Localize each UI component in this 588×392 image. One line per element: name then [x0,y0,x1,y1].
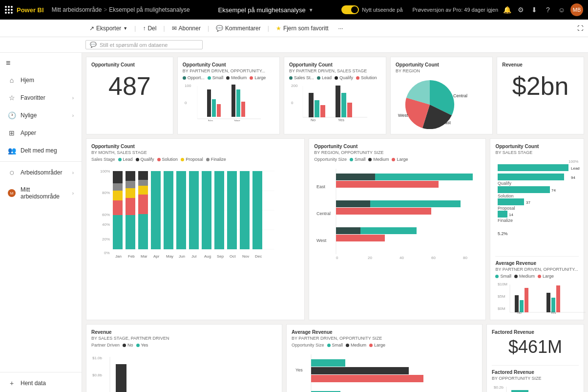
card-factored-revenue[interactable]: Factored Revenue $461M Factored Revenue … [486,324,584,392]
card-opp-region-size[interactable]: Opportunity Count BY REGION, OPPORTUNITY… [309,138,486,320]
main-content: Opportunity Count 487 Opportunity Count … [82,53,588,392]
comment-button[interactable]: 💬 Kommentarer [212,23,265,34]
card-opp-month[interactable]: Opportunity Count BY MONTH, SALES STAGE … [86,138,305,320]
svg-text:Nov: Nov [242,254,249,259]
svg-rect-49 [138,171,148,180]
comment-label: Kommentarer [225,25,261,32]
workspace-link[interactable]: Mitt arbeidsområde [52,6,102,13]
avg-rev-partner-chart: $10M $5M $0M No [495,281,588,315]
notifications-icon[interactable]: 🔔 [502,5,512,15]
qa-input-wrapper[interactable]: 💬 Still et spørsmål om dataene [85,40,203,49]
card-opp-count-total[interactable]: Opportunity Count 487 [86,57,173,134]
svg-text:0: 0 [291,101,294,105]
qa-icon: 💬 [90,42,97,48]
sidebar-item-my-workspace[interactable]: M Mitt arbeidsområde › [0,181,82,205]
sidebar-item-apps[interactable]: ⊞ Apper [0,124,82,142]
toolbar: ↗ Eksporter ▼ | ↑ Del | ✉ Abonner | 💬 Ko… [0,20,588,37]
sidebar-toggle[interactable]: ≡ [0,55,82,71]
opp-count-title: Opportunity Count [91,62,168,67]
svg-rect-10 [241,102,245,117]
svg-rect-101 [498,198,524,205]
svg-text:0: 0 [185,101,187,105]
help-icon[interactable]: ? [543,5,553,15]
svg-text:40: 40 [399,256,404,260]
favorite-button[interactable]: ★ Fjern som favoritt [272,23,333,34]
share-button[interactable]: ↑ Del [139,23,160,34]
sidebar-item-recent-label: Nylige [21,112,67,119]
sidebar-item-shared-label: Delt med meg [21,147,74,154]
fullscreen-button[interactable]: ⛶ [577,25,583,32]
svg-rect-39 [113,200,123,215]
svg-rect-45 [126,181,135,188]
opp-sales-legend-3: Solution [356,75,377,80]
card-revenue-sales[interactable]: Revenue BY SALES STAGE, PARTNER DRIVEN P… [86,324,282,392]
report-link[interactable]: Eksempel på mulighetsanalyse [109,6,189,13]
row3: Revenue BY SALES STAGE, PARTNER DRIVEN P… [86,324,584,392]
title-chevron-icon[interactable]: ▼ [309,7,314,13]
svg-text:Central: Central [453,93,467,98]
avatar[interactable]: MB [570,3,583,16]
brand-label: Power BI [17,6,44,14]
download-icon[interactable]: ⬇ [529,5,539,15]
svg-text:Yes: Yes [295,368,303,372]
toggle-switch[interactable] [341,5,359,14]
svg-text:East: East [442,120,451,125]
svg-text:20%: 20% [102,237,110,241]
svg-rect-117 [546,293,550,312]
svg-rect-18 [320,105,325,117]
card-avg-rev-size[interactable]: Average Revenue BY PARTNER DRIVEN, OPPOR… [286,324,483,392]
card-revenue[interactable]: Revenue $2bn [497,57,584,134]
opp-partner-legend: Opport... Small Medium Large [183,75,274,80]
opp-region-size-legend: Opportunity Size Small Medium Large [314,157,481,162]
sidebar-item-shared[interactable]: 👥 Delt med meg [0,142,82,159]
sidebar-item-recent[interactable]: 🕐 Nylige › [0,107,82,124]
avg-rev-partner-title: Average Revenue [495,261,579,266]
topbar: Power BI Mitt arbeidsområde > Eksempel p… [0,0,588,20]
new-look-toggle: Nytt utseende på [341,5,402,14]
svg-text:80: 80 [463,256,467,260]
avg-revenue-partner-card: Average Revenue BY PARTNER DRIVEN, OPPOR… [495,256,579,315]
card-opp-count-sales[interactable]: Opportunity Count BY PARTNER DRIVEN, SAL… [284,57,386,134]
card-opp-count-partner[interactable]: Opportunity Count BY PARTNER DRIVEN, OPP… [177,57,280,134]
row1: Opportunity Count 487 Opportunity Count … [86,57,584,134]
legend-item-0: Opport... [183,75,205,80]
svg-rect-5 [212,99,216,117]
more-button[interactable]: ··· [335,23,347,34]
trial-label: Prøveversjon av Pro: 49 dager igjen [413,7,498,13]
card-opp-count-region[interactable]: Opportunity Count BY REGION Central [390,57,493,134]
card-opp-sales-stage[interactable]: Opportunity Count BY SALES STAGE 100% Le… [490,138,584,320]
toolbar-sep3: | [208,25,209,32]
settings-icon[interactable]: ⚙ [516,5,525,15]
row2: Opportunity Count BY MONTH, SALES STAGE … [86,138,584,320]
feedback-icon[interactable]: ☺ [557,5,567,15]
svg-text:Dec: Dec [255,254,262,259]
sidebar-item-home[interactable]: ⌂ Hjem [0,71,82,89]
share-label: Del [147,25,156,32]
svg-rect-58 [214,171,224,249]
svg-rect-93 [498,164,568,171]
shared-icon: 👥 [8,147,16,154]
rev-sales-title: Revenue [91,329,277,335]
svg-rect-47 [126,198,135,215]
opp-count-value: 487 [91,71,168,101]
opp-partner-subtitle: BY PARTNER DRIVEN, OPPORTUNITY... [183,68,274,73]
subscribe-button[interactable]: ✉ Abonner [168,23,205,34]
opp-sales-legend-0: Sales St... [289,75,314,80]
sidebar-item-workspaces-label: Arbeidsområder [21,169,67,176]
favorite-label: Fjern som favoritt [283,25,329,32]
opp-region-size-title: Opportunity Count [314,144,481,149]
svg-rect-59 [227,171,237,249]
sidebar-item-get-data[interactable]: + Hent data [0,374,82,392]
svg-rect-55 [176,171,186,249]
sidebar-item-favorites[interactable]: ☆ Favoritter › [0,89,82,107]
svg-rect-41 [113,183,123,191]
svg-rect-52 [138,195,148,214]
factored-rev-size-chart: $0.2b $0.0b Large Medium Small [492,383,582,392]
svg-text:No: No [208,119,213,121]
export-chevron: ▼ [123,26,127,31]
qa-placeholder: Still et spørsmål om dataene [100,42,168,48]
sidebar-item-workspaces[interactable]: ⬡ Arbeidsområder › [0,164,82,181]
export-button[interactable]: ↗ Eksporter ▼ [85,23,131,34]
apps-grid-icon[interactable] [5,6,13,14]
svg-text:100%: 100% [100,169,110,174]
